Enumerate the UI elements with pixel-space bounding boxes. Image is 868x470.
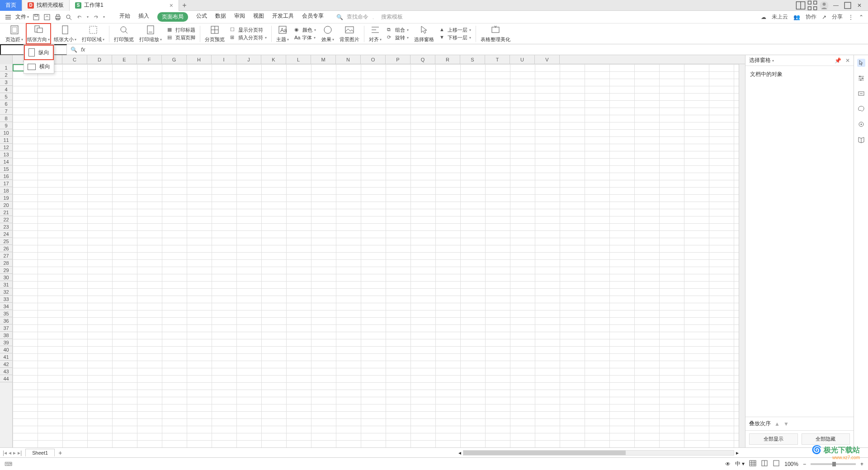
column-header[interactable]: P [386, 55, 410, 64]
cursor-tool-icon[interactable] [857, 59, 865, 67]
layout-icon[interactable] [796, 0, 806, 10]
print-area-button[interactable]: 打印区域▾ [79, 24, 107, 43]
row-header[interactable]: 5 [0, 93, 12, 100]
panel-close-icon[interactable]: ✕ [845, 57, 850, 64]
scroll-left-icon[interactable]: ◂ [458, 450, 461, 456]
close-icon[interactable]: ✕ [854, 0, 864, 10]
show-all-button[interactable]: 全部显示 [749, 433, 798, 445]
print-title-button[interactable]: ▦打印标题 [167, 27, 195, 33]
tab-template[interactable]: D 找稻壳模板 [22, 0, 70, 11]
margin-button[interactable]: 页边距▾ [3, 24, 26, 43]
preview-icon[interactable] [65, 14, 72, 21]
cloud-status[interactable]: 未上云 [772, 13, 788, 21]
share-label[interactable]: 分享 [832, 13, 843, 21]
row-header[interactable]: 31 [0, 281, 12, 288]
column-header[interactable]: T [485, 55, 510, 64]
row-header[interactable]: 24 [0, 230, 12, 238]
landscape-option[interactable]: 横向 [24, 60, 54, 73]
tab-insert[interactable]: 插入 [138, 12, 149, 22]
sheet-first-icon[interactable]: |◂ [3, 450, 7, 456]
select-pane-button[interactable]: 选择窗格 [411, 24, 437, 43]
column-header[interactable]: D [87, 55, 112, 64]
apps-icon[interactable] [807, 0, 817, 10]
fx-search-icon[interactable]: 🔍 [71, 47, 77, 53]
row-header[interactable]: 9 [0, 122, 12, 129]
chinese-icon[interactable]: 中 ▾ [735, 460, 745, 468]
row-header[interactable]: 6 [0, 100, 12, 108]
horizontal-scrollbar[interactable]: ◂ ▸ [458, 450, 739, 456]
column-header[interactable]: L [286, 55, 311, 64]
zoom-in-icon[interactable]: + [860, 461, 863, 467]
row-header[interactable]: 25 [0, 238, 12, 245]
align-button[interactable]: 对齐▾ [366, 24, 384, 43]
cloud-icon[interactable]: ☁ [761, 14, 766, 20]
size-button[interactable]: 纸张大小▾ [51, 24, 79, 43]
theme-button[interactable]: Aa 主题▾ [274, 24, 292, 43]
print-preview-button[interactable]: 打印预览 [111, 24, 137, 43]
show-break-button[interactable]: ☐显示分页符 [230, 27, 267, 33]
row-header[interactable]: 17 [0, 180, 12, 187]
row-header[interactable]: 1 [0, 64, 12, 71]
share-icon[interactable]: ↗ [822, 14, 826, 20]
row-header[interactable]: 8 [0, 115, 12, 122]
collab-label[interactable]: 协作 [806, 13, 816, 21]
search-tpl-text[interactable]: 搜索模板 [381, 13, 403, 21]
row-header[interactable]: 26 [0, 245, 12, 252]
minimize-icon[interactable]: — [831, 0, 841, 10]
row-header[interactable]: 3 [0, 79, 12, 86]
tab-data[interactable]: 数据 [215, 12, 226, 22]
tab-start[interactable]: 开始 [119, 12, 130, 22]
row-header[interactable]: 41 [0, 353, 12, 361]
row-header[interactable]: 22 [0, 216, 12, 223]
redo-dropdown-icon[interactable]: ▾ [103, 15, 105, 19]
row-header[interactable]: 44 [0, 375, 12, 382]
column-header[interactable]: Q [410, 55, 435, 64]
column-header[interactable]: U [510, 55, 535, 64]
orientation-button[interactable]: 纸张方向▾ [26, 23, 51, 44]
row-header[interactable]: 43 [0, 368, 12, 375]
hamburger-icon[interactable] [5, 14, 12, 21]
column-header[interactable]: C [62, 55, 87, 64]
print-scale-button[interactable]: 打印缩放▾ [137, 24, 165, 43]
row-header[interactable]: 11 [0, 136, 12, 144]
row-header[interactable]: 28 [0, 259, 12, 267]
view-break-icon[interactable] [773, 460, 780, 468]
row-header[interactable]: 38 [0, 332, 12, 339]
print-icon[interactable] [54, 14, 61, 21]
collab-icon[interactable]: 👥 [793, 14, 800, 20]
font-button[interactable]: Aa 字体▾ [294, 34, 316, 41]
row-header[interactable]: 2 [0, 71, 12, 79]
row-header[interactable]: 19 [0, 194, 12, 202]
beautify-button[interactable]: 表格整理美化 [478, 24, 513, 43]
page-break-button[interactable]: 分页预览 [202, 24, 227, 43]
rotate-button[interactable]: ⟳旋转▾ [387, 34, 409, 41]
eye-icon[interactable]: 👁 [725, 461, 731, 467]
row-header[interactable]: 40 [0, 346, 12, 353]
tab-page-layout[interactable]: 页面布局 [157, 12, 188, 22]
row-header[interactable]: 35 [0, 310, 12, 317]
column-header[interactable]: R [435, 55, 460, 64]
settings-bars-icon[interactable] [857, 74, 865, 82]
pin-icon[interactable]: 📌 [835, 57, 841, 64]
header-footer-button[interactable]: ▤页眉页脚 [167, 34, 195, 41]
stack-up-icon[interactable]: ▲ [774, 421, 780, 427]
row-header[interactable]: 42 [0, 361, 12, 368]
row-header[interactable]: 4 [0, 86, 12, 93]
sheet-prev-icon[interactable]: ◂ [9, 450, 11, 456]
column-header[interactable]: H [187, 55, 212, 64]
row-header[interactable]: 33 [0, 296, 12, 303]
zoom-value[interactable]: 100% [784, 461, 798, 467]
target-icon[interactable] [857, 120, 865, 128]
undo-icon[interactable] [76, 14, 83, 21]
status-indicator-icon[interactable]: ⌨ [5, 461, 12, 467]
group-button[interactable]: ⧉组合▾ [387, 27, 409, 33]
column-header[interactable]: J [236, 55, 261, 64]
tab-formula[interactable]: 公式 [196, 12, 207, 22]
move-up-button[interactable]: ▲上移一层▾ [439, 27, 471, 33]
row-header[interactable]: 27 [0, 252, 12, 259]
column-header[interactable]: K [261, 55, 286, 64]
cells-area[interactable] [13, 64, 739, 447]
row-header[interactable]: 18 [0, 187, 12, 194]
select-all-corner[interactable] [0, 55, 13, 64]
row-header[interactable]: 13 [0, 151, 12, 158]
